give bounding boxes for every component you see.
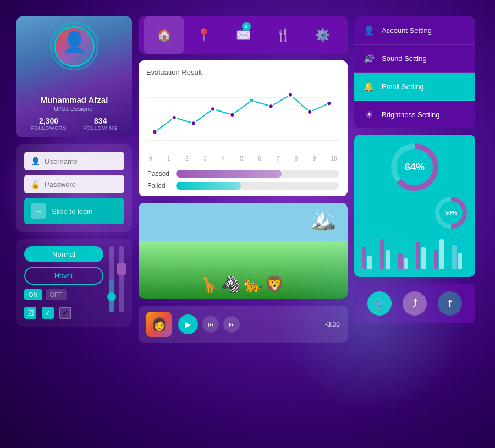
- username-input[interactable]: [45, 157, 118, 165]
- chart-panel: Evaluation Result: [139, 60, 348, 169]
- settings-menu: 👤 Account Setting 🔊 Sound Setting 🔔 Emai…: [354, 16, 475, 128]
- brightness-label: Brightness Setting: [382, 110, 440, 119]
- bar-group-1: [362, 247, 377, 269]
- following-label: FOLLOWING: [83, 125, 118, 131]
- location-icon: 📍: [196, 28, 211, 42]
- donut-chart-small: 50%: [435, 196, 468, 229]
- followers-count: 2,300: [39, 117, 58, 125]
- left-column: Muhammad Afzal Ui/Ux Designer 2,300 FOLL…: [16, 16, 132, 432]
- email-icon: 🔔: [363, 80, 375, 92]
- settings-sound[interactable]: 🔊 Sound Setting: [354, 45, 475, 73]
- toggle-off[interactable]: OFF: [46, 289, 67, 300]
- following-count: 834: [94, 117, 107, 125]
- avatar-image: [56, 28, 93, 65]
- slide-to-login-button[interactable]: → Slide to login: [24, 198, 124, 224]
- username-field-wrap: 👤: [24, 152, 124, 170]
- share-button[interactable]: ⤴: [403, 291, 427, 316]
- music-play-button[interactable]: ▶: [178, 314, 198, 334]
- donut-pct-small: 50%: [445, 209, 457, 216]
- bar-6b: [458, 253, 462, 269]
- stats-panel: 64% 50%: [354, 135, 475, 277]
- nav-location[interactable]: 📍: [184, 16, 223, 54]
- music-next-button[interactable]: ⏭: [223, 316, 240, 333]
- nav-settings[interactable]: 🍴: [263, 16, 302, 54]
- password-field-wrap: 🔒: [24, 175, 124, 193]
- email-label: Email Setting: [382, 82, 424, 91]
- sound-label: Sound Setting: [382, 54, 427, 63]
- passed-fill: [176, 170, 282, 178]
- nav-messages[interactable]: ✉️ 2: [223, 16, 263, 54]
- svg-point-7: [211, 107, 215, 111]
- bar-group-5: [434, 239, 449, 269]
- facebook-button[interactable]: f: [438, 291, 462, 316]
- bar-group-6: [452, 245, 468, 269]
- svg-point-8: [230, 113, 234, 117]
- slide-label: Slide to login: [52, 207, 92, 215]
- svg-point-6: [191, 121, 196, 125]
- checkbox-2[interactable]: ✓: [42, 307, 54, 319]
- passed-row: Passed: [147, 170, 339, 178]
- hover-button[interactable]: Hover: [24, 267, 103, 285]
- sound-icon: 🔊: [363, 52, 375, 64]
- profile-name: Muhammad Afzal: [41, 95, 108, 104]
- bar-1b: [367, 256, 372, 269]
- account-label: Account Setting: [382, 26, 432, 35]
- checkbox-3[interactable]: ✓: [59, 307, 72, 319]
- bar-1a: [362, 247, 366, 269]
- password-input[interactable]: [45, 180, 118, 189]
- profile-title: Ui/Ux Designer: [54, 106, 95, 112]
- line-chart-svg: [146, 82, 340, 153]
- video-scene: [139, 203, 348, 299]
- music-thumbnail: 👩: [146, 312, 172, 337]
- failed-bar-bg: [176, 182, 339, 190]
- donut-small-wrap: 50%: [362, 196, 468, 229]
- followers-label: FOLLOWERS: [31, 125, 67, 131]
- sliders-row: [109, 246, 124, 312]
- facebook-icon: f: [448, 298, 452, 309]
- normal-button[interactable]: Normal: [24, 246, 103, 262]
- right-column: 👤 Account Setting 🔊 Sound Setting 🔔 Emai…: [354, 16, 475, 432]
- video-player: ▶ 🔊 ☰: [139, 203, 348, 299]
- failed-row: Failed: [147, 182, 339, 190]
- account-icon: 👤: [363, 24, 375, 36]
- passed-bar-bg: [176, 170, 339, 178]
- slide-arrow-icon: →: [31, 203, 46, 219]
- bar-6a: [452, 245, 457, 269]
- share-icon: ⤴: [413, 298, 417, 309]
- bar-2a: [380, 239, 384, 269]
- bar-3a: [398, 253, 403, 269]
- settings-brightness[interactable]: ☀ Brightness Setting: [354, 101, 475, 128]
- bar-chart: [362, 234, 468, 269]
- slider-1[interactable]: [109, 246, 114, 312]
- nav-home[interactable]: 🏠: [144, 16, 184, 54]
- music-prev-button[interactable]: ⏮: [202, 316, 219, 333]
- failed-fill: [176, 182, 241, 190]
- lock-icon: 🔒: [31, 180, 40, 189]
- chart-area: [146, 82, 340, 153]
- slider-2[interactable]: [119, 246, 124, 312]
- bar-5b: [439, 239, 444, 269]
- music-time: -3:30: [325, 320, 340, 328]
- checkbox-1[interactable]: ☑: [24, 307, 36, 319]
- profile-card: Muhammad Afzal Ui/Ux Designer 2,300 FOLL…: [16, 16, 132, 137]
- gear-icon: ⚙️: [315, 28, 330, 42]
- settings-email[interactable]: 🔔 Email Setting: [354, 73, 475, 101]
- twitter-icon: 🐦: [373, 297, 387, 310]
- toggle-on[interactable]: ON: [24, 289, 42, 300]
- social-bar: 🐦 ⤴ f: [354, 284, 475, 323]
- svg-point-11: [288, 92, 293, 97]
- svg-point-9: [249, 98, 254, 103]
- bar-4a: [416, 242, 420, 269]
- settings-account[interactable]: 👤 Account Setting: [354, 16, 475, 45]
- twitter-button[interactable]: 🐦: [367, 291, 392, 316]
- login-form: 👤 🔒 → Slide to login: [16, 144, 132, 232]
- chart-x-axis: 0 1 2 3 4 5 6 7 8 9 10: [146, 156, 340, 162]
- bar-3b: [404, 258, 408, 269]
- avatar: [54, 26, 95, 67]
- svg-point-10: [269, 104, 273, 108]
- bar-group-4: [416, 242, 431, 269]
- nav-gear[interactable]: ⚙️: [302, 16, 342, 54]
- donut-pct-large: 64%: [405, 162, 425, 173]
- brightness-icon: ☀: [363, 108, 375, 120]
- music-player: 👩 ▶ ⏮ ⏭ -3:30: [139, 306, 348, 343]
